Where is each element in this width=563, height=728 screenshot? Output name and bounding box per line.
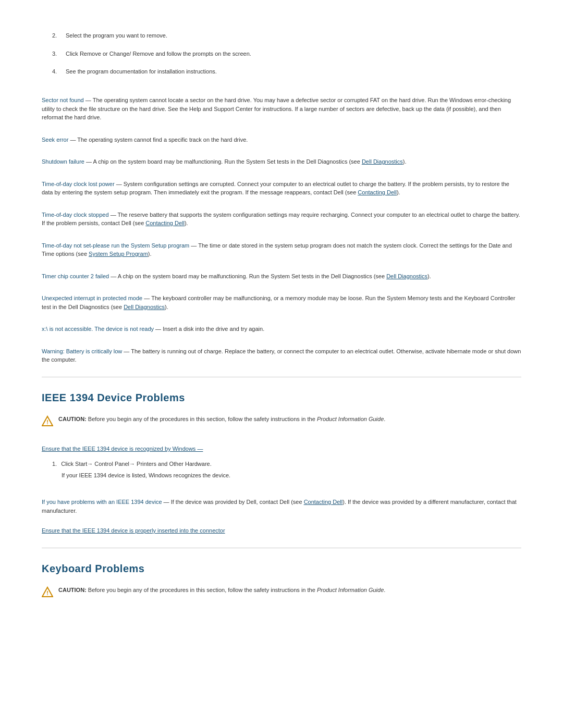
item-number: 4. [52, 67, 62, 76]
error-term: Seek error [42, 137, 68, 143]
numbered-list: 2. Select the program you want to remove… [42, 31, 521, 76]
list-item: 4. See the program documentation for ins… [42, 67, 521, 76]
step-number: 1. [52, 460, 57, 468]
contacting-dell-link[interactable]: Contacting Dell [358, 189, 397, 195]
error-time-clock-lost-power: Time-of-day clock lost power — System co… [42, 178, 521, 197]
error-unexpected-interrupt: Unexpected interrupt in protected mode —… [42, 292, 521, 311]
svg-text:!: ! [46, 419, 48, 425]
step-text: Click Start→ Control Panel→ Printers and… [61, 460, 212, 468]
contacting-dell-link-3[interactable]: Contacting Dell [304, 499, 343, 505]
error-term: Time-of-day clock stopped [42, 212, 109, 218]
list-item: 2. Select the program you want to remove… [42, 31, 521, 40]
error-time-clock-stopped: Time-of-day clock stopped — The reserve … [42, 208, 521, 228]
list-item: 3. Click Remove or Change/ Remove and fo… [42, 50, 521, 58]
ieee1394-subsection-link-2[interactable]: Ensure that the IEEE 1394 device is prop… [42, 526, 521, 535]
error-term: x:\ is not accessible. The device is not… [42, 326, 154, 332]
keyboard-heading: Keyboard Problems [42, 561, 521, 576]
item-text: See the program documentation for instal… [66, 67, 217, 76]
ieee1394-section: IEEE 1394 Device Problems ! CAUTION: Bef… [42, 390, 521, 535]
error-term: Warning: Battery is critically low [42, 348, 122, 354]
ieee1394-step-1: 1. Click Start→ Control Panel→ Printers … [42, 460, 521, 468]
item-text: Select the program you want to remove. [66, 31, 167, 40]
caution-box: ! CAUTION: Before you begin any of the p… [42, 415, 521, 427]
contacting-dell-link-2[interactable]: Contacting Dell [145, 220, 185, 226]
ieee1394-problems-block: If you have problems with an IEEE 1394 d… [42, 496, 521, 515]
ieee1394-heading: IEEE 1394 Device Problems [42, 390, 521, 405]
section-divider [42, 377, 521, 377]
dell-diagnostics-link-3[interactable]: Dell Diagnostics [124, 304, 165, 310]
error-x-not-accessible: x:\ is not accessible. The device is not… [42, 323, 521, 334]
caution-icon: ! [42, 415, 53, 427]
item-number: 2. [52, 31, 62, 40]
dell-diagnostics-link-2[interactable]: Dell Diagnostics [386, 273, 427, 279]
error-term: Time-of-day clock lost power [42, 181, 115, 187]
error-term: If you have problems with an IEEE 1394 d… [42, 499, 162, 505]
section-divider-2 [42, 548, 521, 548]
error-shutdown-failure: Shutdown failure — A chip on the system … [42, 155, 521, 166]
caution-text: CAUTION: Before you begin any of the pro… [58, 415, 385, 424]
error-term: Shutdown failure [42, 158, 84, 165]
caution-icon-keyboard: ! [42, 586, 53, 598]
item-text: Click Remove or Change/ Remove and follo… [66, 50, 251, 58]
error-battery-low: Warning: Battery is critically low — The… [42, 345, 521, 364]
ieee1394-subsection-link-1[interactable]: Ensure that the IEEE 1394 device is reco… [42, 445, 521, 453]
ieee1394-step-1-note: If your IEEE 1394 device is listed, Wind… [42, 471, 521, 480]
error-seek-error: Seek error — The operating system cannot… [42, 133, 521, 144]
keyboard-section: Keyboard Problems ! CAUTION: Before you … [42, 561, 521, 598]
error-time-not-set: Time-of-day not set-please run the Syste… [42, 239, 521, 258]
error-timer-chip: Timer chip counter 2 failed — A chip on … [42, 270, 521, 281]
error-term: Sector not found [42, 97, 84, 103]
svg-text:!: ! [46, 590, 48, 596]
system-setup-program-link[interactable]: System Setup Program [89, 251, 148, 257]
dell-diagnostics-link[interactable]: Dell Diagnostics [362, 158, 403, 165]
keyboard-caution-box: ! CAUTION: Before you begin any of the p… [42, 586, 521, 598]
error-term: Time-of-day not set-please run the Syste… [42, 242, 189, 249]
error-sector-not-found: Sector not found — The operating system … [42, 94, 521, 122]
item-number: 3. [52, 50, 62, 58]
error-term: Timer chip counter 2 failed [42, 273, 109, 279]
error-term: Unexpected interrupt in protected mode [42, 295, 142, 301]
keyboard-caution-text: CAUTION: Before you begin any of the pro… [58, 586, 385, 595]
